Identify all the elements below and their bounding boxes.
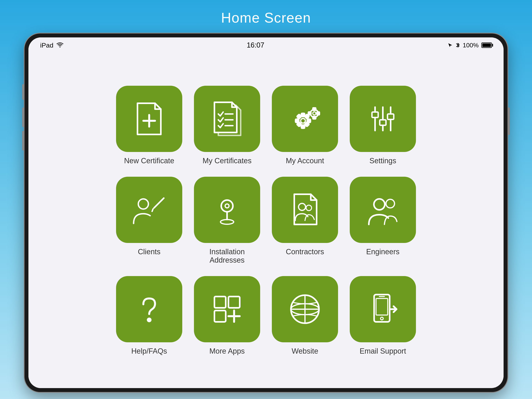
help-faqs-icon-box[interactable] xyxy=(116,276,182,342)
grid-item-new-certificate[interactable]: New Certificate xyxy=(116,86,182,165)
settings-icon-box[interactable] xyxy=(350,86,416,152)
volume-up-button[interactable] xyxy=(22,108,24,127)
svg-rect-39 xyxy=(214,296,226,308)
engineers-icon-box[interactable] xyxy=(350,177,416,243)
svg-rect-21 xyxy=(317,112,319,115)
page-title: Home Screen xyxy=(221,10,311,26)
battery-icon xyxy=(481,42,492,48)
settings-icon xyxy=(363,99,402,138)
app-grid: New Certificate xyxy=(104,74,428,367)
svg-rect-20 xyxy=(309,112,311,115)
new-certificate-icon xyxy=(130,99,169,138)
wifi-icon xyxy=(57,42,63,48)
more-apps-icon xyxy=(208,290,247,329)
svg-point-28 xyxy=(138,199,148,209)
location-icon xyxy=(448,42,453,48)
status-left: iPad xyxy=(40,41,63,49)
bluetooth-icon xyxy=(456,42,460,48)
svg-line-30 xyxy=(152,209,153,211)
grid-item-settings[interactable]: Settings xyxy=(350,86,416,165)
settings-label: Settings xyxy=(369,157,396,165)
clients-icon xyxy=(130,190,169,229)
grid-item-engineers[interactable]: Engineers xyxy=(350,177,416,264)
svg-rect-40 xyxy=(228,296,240,308)
svg-point-34 xyxy=(298,203,305,210)
status-time: 16:07 xyxy=(247,41,264,49)
ipad-frame: iPad 16:07 100 xyxy=(25,33,507,392)
status-right: 100% xyxy=(448,42,492,49)
my-account-icon-box[interactable] xyxy=(272,86,338,152)
grid-item-installation-addresses[interactable]: Installation Addresses xyxy=(194,177,260,264)
svg-rect-9 xyxy=(301,125,304,128)
my-account-icon xyxy=(285,99,324,138)
svg-rect-26 xyxy=(380,120,386,125)
engineers-label: Engineers xyxy=(366,248,399,256)
grid-item-contractors[interactable]: Contractors xyxy=(272,177,338,264)
grid-item-my-certificates[interactable]: My Certificates xyxy=(194,86,260,165)
engineers-icon xyxy=(363,190,402,229)
clients-icon-box[interactable] xyxy=(116,177,182,243)
svg-point-31 xyxy=(221,200,233,212)
website-icon-box[interactable] xyxy=(272,276,338,342)
my-account-label: My Account xyxy=(286,157,324,165)
grid-item-help-faqs[interactable]: Help/FAQs xyxy=(116,276,182,355)
svg-point-37 xyxy=(386,199,394,208)
website-icon xyxy=(285,290,324,329)
grid-item-clients[interactable]: Clients xyxy=(116,177,182,264)
svg-rect-12 xyxy=(297,114,301,119)
svg-rect-19 xyxy=(313,116,316,119)
svg-rect-25 xyxy=(372,112,378,117)
my-certificates-icon-box[interactable] xyxy=(194,86,260,152)
my-certificates-icon xyxy=(208,99,247,138)
power-button[interactable] xyxy=(508,108,510,135)
more-apps-icon-box[interactable] xyxy=(194,276,260,342)
grid-item-more-apps[interactable]: More Apps xyxy=(194,276,260,355)
status-bar: iPad 16:07 100 xyxy=(28,37,504,53)
svg-point-50 xyxy=(380,317,383,320)
svg-point-32 xyxy=(225,204,229,208)
contractors-label: Contractors xyxy=(286,248,324,256)
new-certificate-label: New Certificate xyxy=(124,157,174,165)
installation-addresses-icon-box[interactable] xyxy=(194,177,260,243)
volume-down-button[interactable] xyxy=(22,131,24,150)
ipad-screen: iPad 16:07 100 xyxy=(28,37,504,388)
clients-label: Clients xyxy=(138,248,160,256)
email-support-icon-box[interactable] xyxy=(350,276,416,342)
svg-point-38 xyxy=(148,318,151,322)
grid-item-website[interactable]: Website xyxy=(272,276,338,355)
battery-percentage: 100% xyxy=(463,42,479,49)
svg-rect-13 xyxy=(297,122,301,127)
help-faqs-icon xyxy=(130,290,169,329)
new-certificate-icon-box[interactable] xyxy=(116,86,182,152)
contractors-icon xyxy=(285,190,324,229)
device-label: iPad xyxy=(40,41,53,49)
svg-point-17 xyxy=(313,112,316,115)
installation-addresses-label: Installation Addresses xyxy=(194,248,260,264)
email-support-icon xyxy=(363,290,402,329)
svg-rect-27 xyxy=(387,114,394,119)
svg-point-36 xyxy=(374,199,385,210)
help-faqs-label: Help/FAQs xyxy=(131,347,167,355)
svg-point-7 xyxy=(301,118,305,123)
content-area: New Certificate xyxy=(28,53,504,388)
grid-item-my-account[interactable]: My Account xyxy=(272,86,338,165)
svg-point-0 xyxy=(60,46,61,48)
svg-point-35 xyxy=(306,205,311,211)
more-apps-label: More Apps xyxy=(209,347,245,355)
svg-rect-8 xyxy=(301,113,304,116)
svg-rect-18 xyxy=(313,108,316,110)
email-support-label: Email Support xyxy=(360,347,406,355)
grid-item-email-support[interactable]: Email Support xyxy=(350,276,416,355)
svg-rect-41 xyxy=(214,310,226,322)
battery-fill xyxy=(482,44,491,47)
contractors-icon-box[interactable] xyxy=(272,177,338,243)
svg-rect-15 xyxy=(305,122,309,127)
my-certificates-label: My Certificates xyxy=(203,157,251,165)
installation-addresses-icon xyxy=(208,190,247,229)
website-label: Website xyxy=(292,347,318,355)
svg-rect-49 xyxy=(376,298,388,315)
